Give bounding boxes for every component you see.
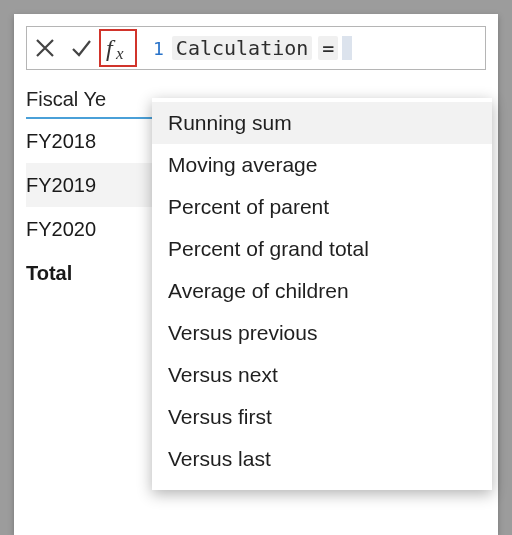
line-number: 1 <box>139 27 172 69</box>
formula-token-name: Calculation <box>172 36 312 60</box>
dropdown-item-versus-previous[interactable]: Versus previous <box>152 312 492 354</box>
fx-button[interactable]: f x <box>99 29 137 67</box>
dropdown-item-moving-average[interactable]: Moving average <box>152 144 492 186</box>
formula-bar: f x 1 Calculation = <box>26 26 486 70</box>
cell-year: FY2018 <box>26 130 138 153</box>
commit-button[interactable] <box>63 27 99 69</box>
cell-year: FY2019 <box>26 174 138 197</box>
svg-text:x: x <box>115 44 124 63</box>
cancel-button[interactable] <box>27 27 63 69</box>
dropdown-item-running-sum[interactable]: Running sum <box>152 102 492 144</box>
cursor-icon <box>342 36 352 60</box>
dropdown-item-versus-next[interactable]: Versus next <box>152 354 492 396</box>
dropdown-item-versus-first[interactable]: Versus first <box>152 396 492 438</box>
check-icon <box>70 37 92 59</box>
formula-input[interactable]: Calculation = <box>172 27 353 69</box>
dropdown-item-percent-of-grand-total[interactable]: Percent of grand total <box>152 228 492 270</box>
svg-text:f: f <box>106 35 116 61</box>
visual-panel: f x 1 Calculation = Fiscal Ye FY2018 8 F… <box>14 14 498 535</box>
close-icon <box>35 38 55 58</box>
column-header-fiscal-year[interactable]: Fiscal Ye <box>26 88 138 111</box>
formula-token-equals: = <box>318 36 338 60</box>
calculation-template-dropdown: Running sum Moving average Percent of pa… <box>152 98 492 490</box>
dropdown-item-average-of-children[interactable]: Average of children <box>152 270 492 312</box>
fx-icon: f x <box>104 34 132 62</box>
dropdown-item-versus-last[interactable]: Versus last <box>152 438 492 480</box>
dropdown-item-percent-of-parent[interactable]: Percent of parent <box>152 186 492 228</box>
cell-year: FY2020 <box>26 218 138 241</box>
cell-year: Total <box>26 262 138 285</box>
